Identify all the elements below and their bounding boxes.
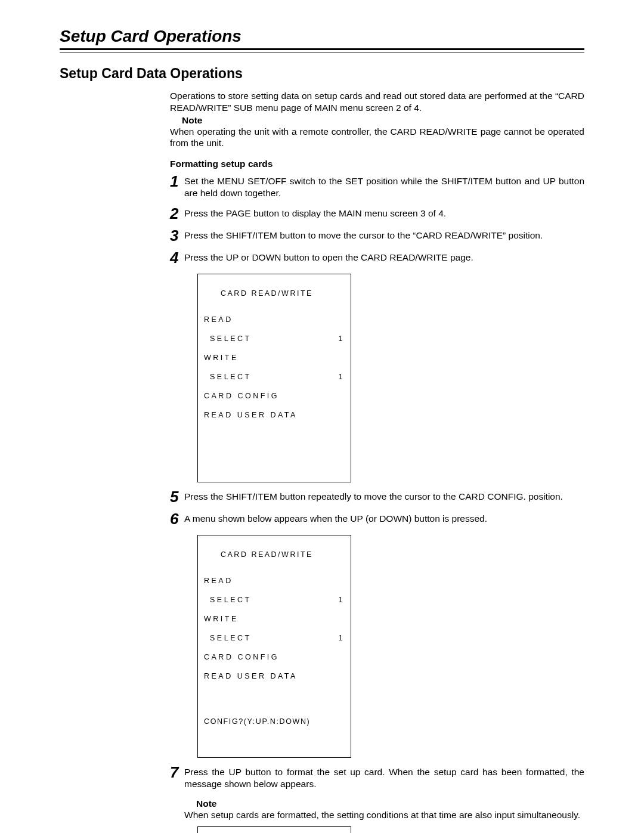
- menu-screen-2: CARD READ/WRITE READ SELECT1 WRITE SELEC…: [197, 535, 351, 758]
- step-7: 7 Press the UP button to format the set …: [170, 766, 584, 790]
- step-text: Press the UP or DOWN button to open the …: [184, 252, 584, 264]
- step-number: 5: [170, 489, 184, 504]
- step-3: 3 Press the SHIFT/ITEM button to move th…: [170, 230, 584, 243]
- screen-line: SELECT: [210, 633, 339, 643]
- step-7-note: When setup cards are formatted, the sett…: [184, 809, 584, 821]
- screen-line: CARD CONFIG: [204, 652, 345, 662]
- step-4: 4 Press the UP or DOWN button to open th…: [170, 252, 584, 265]
- step-number: 4: [170, 250, 184, 265]
- step-text: Press the PAGE button to display the MAI…: [184, 208, 584, 219]
- screen-line: READ: [204, 315, 345, 324]
- step-2: 2 Press the PAGE button to display the M…: [170, 208, 584, 221]
- screen-title: CARD READ/WRITE: [221, 550, 345, 559]
- screen-line: READ: [204, 576, 345, 586]
- screen-line: SELECT: [210, 595, 339, 605]
- title-rule: [60, 48, 584, 52]
- screen-line: SELECT: [210, 372, 339, 382]
- intro-paragraph: Operations to store setting data on setu…: [170, 90, 584, 114]
- step-text: Press the SHIFT/ITEM button repeatedly t…: [184, 491, 584, 503]
- step-number: 3: [170, 228, 184, 243]
- menu-screen-1: CARD READ/WRITE READ SELECT1 WRITE SELEC…: [197, 274, 351, 482]
- note-label: Note: [196, 798, 584, 809]
- step-text: Set the MENU SET/OFF switch to the SET p…: [184, 175, 584, 199]
- intro-note: When operating the unit with a remote co…: [170, 126, 584, 150]
- step-number: 6: [170, 511, 184, 527]
- step-1: 1 Set the MENU SET/OFF switch to the SET…: [170, 175, 584, 199]
- step-6: 6 A menu shown below appears when the UP…: [170, 513, 584, 527]
- chapter-title: Setup Card Operations: [60, 27, 584, 46]
- screen-value: 1: [339, 633, 345, 643]
- screen-title: CARD READ/WRITE: [221, 289, 345, 298]
- step-5: 5 Press the SHIFT/ITEM button repeatedly…: [170, 491, 584, 504]
- step-text: Press the UP button to format the set up…: [184, 766, 584, 790]
- step-text: Press the SHIFT/ITEM button to move the …: [184, 230, 584, 241]
- body: Operations to store setting data on setu…: [170, 90, 584, 833]
- note-label: Note: [182, 115, 584, 126]
- sub-heading: Formatting setup cards: [170, 159, 584, 169]
- step-number: 1: [170, 174, 184, 189]
- screen-line: WRITE: [204, 353, 345, 363]
- screen-value: 1: [339, 334, 345, 343]
- screen-value: 1: [339, 372, 345, 382]
- screen-line: READ USER DATA: [204, 671, 345, 681]
- page: Setup Card Operations Setup Card Data Op…: [0, 0, 644, 833]
- screen-line: CARD CONFIG: [204, 391, 345, 401]
- menu-screen-3: CARD READ/WRITE READ SELECT1 WRITE SELEC…: [197, 826, 351, 833]
- section-title: Setup Card Data Operations: [60, 66, 584, 82]
- screen-line: SELECT: [210, 334, 339, 343]
- screen-prompt: CONFIG?(Y:UP.N:DOWN): [204, 717, 345, 726]
- screen-line: READ USER DATA: [204, 410, 345, 420]
- step-number: 7: [170, 764, 184, 780]
- step-text: A menu shown below appears when the UP (…: [184, 513, 584, 525]
- screen-value: 1: [339, 595, 345, 605]
- screen-line: WRITE: [204, 614, 345, 624]
- step-number: 2: [170, 206, 184, 221]
